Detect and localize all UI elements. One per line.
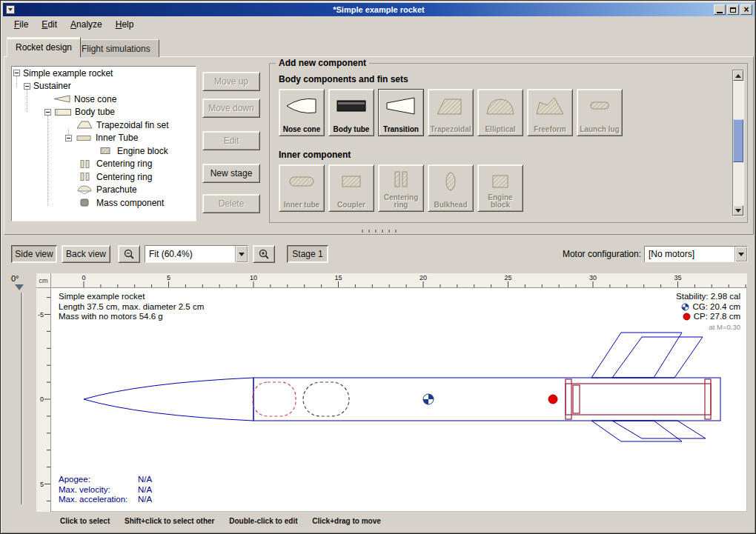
zoom-combo-arrow[interactable] — [235, 246, 248, 262]
close-button[interactable]: × — [740, 4, 752, 15]
tree-item-centering-ring-2[interactable]: Centering ring — [12, 170, 196, 184]
flight-data: Apogee:N/A Max. velocity:N/A Max. accele… — [59, 475, 152, 505]
edit-button[interactable]: Edit — [202, 131, 260, 150]
collapse-toggle-icon[interactable] — [24, 83, 30, 90]
tree-item-sustainer[interactable]: Sustainer — [12, 80, 196, 93]
stability-value: Stability: 2.98 cal — [676, 292, 740, 302]
arrow-down-icon — [735, 209, 741, 213]
add-bulkhead-button[interactable]: Bulkhead — [428, 164, 474, 212]
tree-item-nose-cone[interactable]: Nose cone — [12, 93, 196, 106]
maximize-button[interactable] — [727, 4, 739, 15]
tree-item-rocket[interactable]: Simple example rocket — [12, 67, 196, 80]
collapse-toggle-icon[interactable] — [13, 70, 20, 76]
component-tree[interactable]: Simple example rocket Sustainer Nose con… — [11, 66, 196, 221]
tab-flight-simulations-label: Flight simulations — [82, 44, 150, 54]
scrollbar-thumb[interactable] — [733, 119, 743, 162]
stage-1-toggle[interactable]: Stage 1 — [287, 245, 328, 263]
motor-configuration-combobox[interactable]: [No motors] — [644, 246, 748, 262]
add-freeform-fin-button[interactable]: Freeform — [527, 89, 573, 136]
svg-text:20: 20 — [420, 274, 427, 281]
rotation-slider-handle[interactable] — [15, 284, 24, 290]
tab-rocket-design[interactable]: Rocket design — [7, 37, 81, 57]
tree-label: Nose cone — [74, 94, 116, 104]
vertical-ruler: -505 — [36, 288, 51, 512]
menu-file[interactable]: File — [7, 17, 35, 32]
collapse-toggle-icon[interactable] — [44, 109, 51, 116]
tree-item-mass-component[interactable]: Mass component — [12, 196, 196, 210]
tree-item-centering-ring-1[interactable]: Centering ring — [12, 158, 196, 171]
move-up-button[interactable]: Move up — [202, 72, 260, 91]
scroll-down-button[interactable] — [733, 205, 743, 216]
add-transition-button[interactable]: Transition — [378, 89, 424, 136]
tree-item-inner-tube[interactable]: Inner Tube — [12, 132, 196, 145]
tab-flight-simulations[interactable]: Flight simulations — [73, 39, 159, 57]
add-body-tube-button[interactable]: Body tube — [328, 89, 374, 136]
parachute-outline — [253, 382, 296, 416]
zoom-out-button[interactable] — [118, 245, 140, 263]
elliptical-fin-icon — [483, 93, 518, 119]
scroll-up-button[interactable] — [733, 70, 743, 81]
minimize-button[interactable] — [714, 4, 726, 15]
tree-item-parachute[interactable]: Parachute — [12, 184, 196, 197]
inner-tube-icon — [75, 133, 93, 143]
tree-label: Trapezoidal fin set — [96, 120, 169, 130]
svg-text:35: 35 — [674, 274, 681, 281]
menu-help[interactable]: Help — [109, 17, 141, 32]
centering-ring-icon — [76, 159, 93, 169]
titlebar[interactable]: *Simple example rocket × — [3, 3, 755, 16]
motor-combo-arrow[interactable] — [735, 247, 747, 261]
svg-text:-5: -5 — [38, 311, 44, 318]
statusbar: Click to select Shift+click to select ot… — [60, 517, 394, 525]
tree-label: Engine block — [117, 146, 168, 156]
motor-configuration-value: [No motors] — [645, 249, 735, 259]
add-elliptical-fin-button[interactable]: Elliptical — [477, 89, 523, 136]
new-stage-button[interactable]: New stage — [202, 164, 260, 183]
transition-icon — [383, 93, 419, 119]
coupler-icon — [334, 169, 369, 194]
add-launch-lug-button[interactable]: Launch lug — [577, 89, 623, 136]
tree-item-body-tube[interactable]: Body tube — [12, 106, 196, 119]
zoom-in-button[interactable] — [253, 245, 275, 263]
engine-block-icon — [96, 146, 114, 156]
svg-text:0: 0 — [82, 274, 85, 281]
max-velocity-value: N/A — [138, 485, 152, 494]
motor-configuration-label: Motor configuration: — [548, 249, 641, 259]
rotation-slider-track[interactable] — [21, 293, 22, 504]
add-engine-block-button[interactable]: Engine block — [477, 164, 523, 212]
body-tube-icon — [334, 93, 369, 119]
menu-edit[interactable]: Edit — [35, 17, 64, 32]
centering-ring-icon — [76, 172, 93, 181]
zoom-out-icon — [123, 248, 135, 260]
trapezoidal-fin-icon — [76, 120, 93, 130]
add-nose-cone-button[interactable]: Nose cone — [279, 89, 325, 136]
side-view-button[interactable]: Side view — [11, 245, 57, 263]
add-component-panel: Add new component Body components and fi… — [269, 63, 748, 223]
move-down-button[interactable]: Move down — [202, 99, 260, 118]
split-pane-handle[interactable] — [362, 230, 397, 233]
cg-symbol-icon — [681, 303, 689, 311]
add-coupler-button[interactable]: Coupler — [328, 164, 374, 212]
svg-text:15: 15 — [334, 274, 342, 281]
nose-cone-icon — [284, 93, 319, 119]
tree-item-fin-set[interactable]: Trapezoidal fin set — [12, 119, 196, 132]
component-panel-scrollbar[interactable] — [732, 70, 744, 216]
tree-label: Body tube — [75, 107, 115, 117]
add-centering-ring-button[interactable]: Centering ring — [378, 164, 424, 212]
rocket-view-canvas[interactable]: Simple example rocket Length 37.5 cm, ma… — [51, 288, 747, 512]
delete-button[interactable]: Delete — [202, 194, 260, 213]
tree-item-engine-block[interactable]: Engine block — [12, 144, 196, 158]
hint-double-click: Double-click to edit — [229, 517, 297, 525]
trapezoidal-fin-icon — [433, 93, 468, 119]
zoom-combobox[interactable]: Fit (60.4%) — [145, 245, 248, 263]
back-view-button[interactable]: Back view — [62, 245, 110, 263]
parachute-icon — [76, 185, 93, 195]
minimize-icon — [717, 12, 723, 13]
rocket-name: Simple example rocket — [59, 292, 204, 302]
add-inner-tube-button[interactable]: Inner tube — [279, 164, 325, 212]
add-trapezoidal-fin-button[interactable]: Trapezoidal — [428, 89, 474, 136]
menu-analyze[interactable]: Analyze — [64, 17, 109, 32]
collapse-toggle-icon[interactable] — [65, 135, 72, 141]
tree-label: Mass component — [96, 198, 164, 208]
group-title: Add new component — [276, 58, 369, 68]
body-section-label: Body components and fin sets — [279, 74, 408, 84]
